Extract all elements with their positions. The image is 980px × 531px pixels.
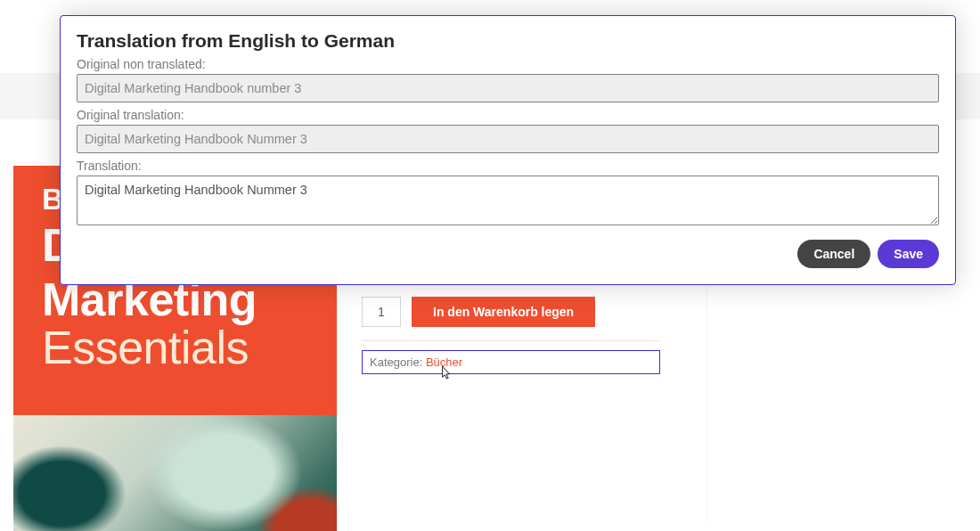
modal-actions: Cancel Save [77, 240, 939, 268]
divider [362, 340, 660, 341]
original-non-translated-label: Original non translated: [77, 57, 939, 71]
translation-label: Translation: [77, 159, 939, 173]
product-artwork [13, 415, 337, 531]
translation-modal: Translation from English to German Origi… [60, 15, 956, 285]
category-box[interactable]: Kategorie: Bücher [362, 350, 660, 374]
save-button[interactable]: Save [878, 240, 939, 268]
original-translation-input [77, 125, 939, 153]
modal-title: Translation from English to German [77, 30, 939, 52]
quantity-input[interactable] [362, 297, 401, 327]
original-non-translated-input [77, 74, 939, 102]
product-title-line3: Essentials [42, 323, 308, 372]
original-translation-label: Original translation: [77, 108, 939, 122]
add-to-cart-row: In den Warenkorb legen [362, 297, 595, 327]
add-to-cart-button[interactable]: In den Warenkorb legen [412, 297, 595, 327]
category-label: Kategorie: [370, 355, 426, 369]
category-link[interactable]: Bücher [426, 355, 462, 369]
translation-textarea[interactable]: Digital Marketing Handbook Nummer 3 [77, 176, 939, 225]
cancel-button[interactable]: Cancel [797, 240, 870, 268]
